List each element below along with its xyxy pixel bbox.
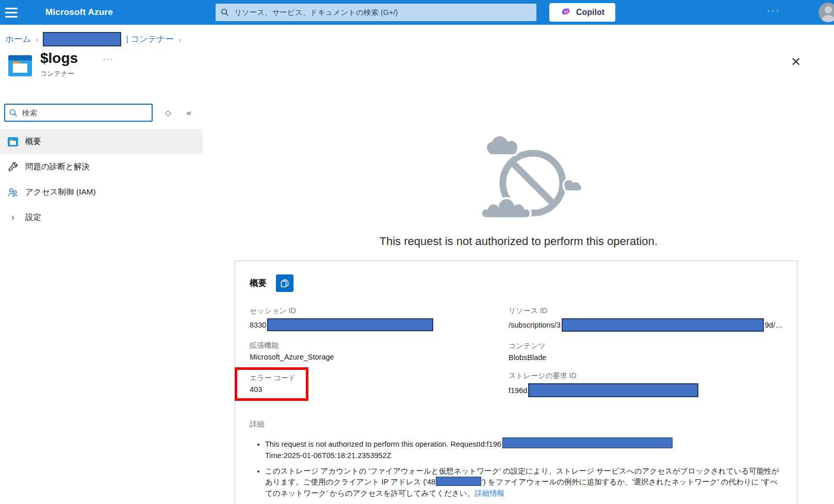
blade-header: $logs ··· コンテナー ✕ xyxy=(0,47,834,99)
error-message: This request is not authorized to perfor… xyxy=(203,235,834,248)
details-heading: 概要 xyxy=(250,278,267,289)
detail-bullet-firewall: このストレージ アカウントの 'ファイアウォールと仮想ネットワーク' の設定によ… xyxy=(265,466,782,499)
global-search-input[interactable] xyxy=(233,8,531,17)
copy-button[interactable] xyxy=(276,274,293,292)
close-blade-button[interactable]: ✕ xyxy=(788,54,804,70)
redacted-session-id xyxy=(267,318,433,331)
person-icon xyxy=(819,3,834,22)
fields-right-column: リソース ID /subscriptions/39d/… コンテンツ Blobs… xyxy=(509,306,782,407)
sidebar-group-settings[interactable]: › 設定 xyxy=(0,205,203,230)
field-label: リソース ID xyxy=(509,306,782,316)
field-content: コンテンツ BlobsBlade xyxy=(509,342,782,362)
copilot-label: Copilot xyxy=(576,8,604,17)
sidebar-item-label: アクセス制御 (IAM) xyxy=(25,187,96,198)
search-icon xyxy=(221,8,229,17)
copy-icon xyxy=(280,279,289,288)
field-value: 8330 xyxy=(250,321,266,329)
sidebar-item-access-control[interactable]: アクセス制御 (IAM) xyxy=(0,180,203,205)
page-subtitle: コンテナー xyxy=(40,69,834,78)
copilot-icon xyxy=(560,7,571,18)
field-label: ストレージの要求 ID xyxy=(509,371,782,381)
redacted-storage-account-name xyxy=(43,32,121,46)
redacted-client-ip xyxy=(436,477,481,486)
field-label: コンテンツ xyxy=(509,342,782,351)
copilot-button[interactable]: Copilot xyxy=(549,3,615,22)
field-value: Microsoft_Azure_Storage xyxy=(250,353,493,361)
fields-left-column: セッション ID 8330 拡張機能 Microsoft_Azure_Stora… xyxy=(250,306,493,407)
container-icon xyxy=(7,137,19,147)
field-value: /subscriptions/3 xyxy=(509,321,561,329)
people-icon xyxy=(7,187,19,198)
sidebar-item-label: 設定 xyxy=(25,212,41,223)
redacted-resource-id xyxy=(562,318,764,332)
redacted-storage-request-id xyxy=(528,383,698,397)
access-blocked-illustration xyxy=(477,132,586,222)
hamburger-menu-icon[interactable] xyxy=(5,4,23,21)
sidebar-filter-icon[interactable]: ◇ xyxy=(165,108,171,118)
page-title: $logs xyxy=(40,50,78,67)
field-error-code: エラー コード 403 xyxy=(250,373,296,394)
chevron-right-icon: › xyxy=(7,212,19,223)
sidebar-search-input[interactable] xyxy=(21,108,148,118)
breadcrumb-home-link[interactable]: ホーム xyxy=(5,34,31,45)
field-label: セッション ID xyxy=(250,306,493,316)
topbar-more-icon[interactable]: ··· xyxy=(762,5,785,20)
field-label: 拡張機能 xyxy=(250,341,493,350)
details-bullet-list: This request is not authorized to perfor… xyxy=(256,437,782,499)
global-search-box[interactable] xyxy=(216,4,536,21)
field-extension: 拡張機能 Microsoft_Azure_Storage xyxy=(250,341,493,361)
field-label: エラー コード xyxy=(250,373,296,383)
bullet-time: Time:2025-01-06T05:18:21.2353952Z xyxy=(265,451,391,460)
details-section-label: 詳細 xyxy=(250,419,782,429)
detail-bullet-request: This request is not authorized to perfor… xyxy=(265,437,782,462)
sidebar-item-label: 問題の診断と解決 xyxy=(25,161,90,172)
breadcrumb: ホーム › | コンテナー › xyxy=(5,31,834,47)
sidebar-collapse-icon[interactable]: « xyxy=(187,108,191,118)
more-info-link[interactable]: 詳細情報 xyxy=(475,489,504,497)
blade-more-icon[interactable]: ··· xyxy=(103,54,113,63)
sidebar-search-box[interactable] xyxy=(4,104,153,122)
azure-top-bar: Microsoft Azure Copilot ··· xyxy=(0,0,834,25)
chevron-right-icon: › xyxy=(178,35,181,44)
sidebar-item-diagnose[interactable]: 問題の診断と解決 xyxy=(0,154,203,180)
field-session-id: セッション ID 8330 xyxy=(250,306,493,331)
field-value: BlobsBlade xyxy=(509,353,782,362)
container-icon xyxy=(8,55,32,77)
sidebar-item-overview[interactable]: 概要 xyxy=(0,129,203,154)
search-icon xyxy=(9,109,18,117)
azure-brand: Microsoft Azure xyxy=(45,7,113,18)
error-details-card: 概要 セッション ID 8330 拡張機能 Microso xyxy=(235,261,797,504)
redacted-request-id xyxy=(502,437,673,448)
field-storage-request-id: ストレージの要求 ID f196d xyxy=(509,371,782,397)
main-content: This request is not authorized to perfor… xyxy=(203,99,834,504)
error-code-annotation-box: エラー コード 403 xyxy=(235,367,308,401)
field-resource-id: リソース ID /subscriptions/39d/… xyxy=(509,306,782,332)
bullet-text: This request is not authorized to perfor… xyxy=(265,440,501,448)
field-value: 403 xyxy=(250,385,296,394)
blade-sidebar: ◇ « 概要 問題の診断と解決 xyxy=(0,99,203,504)
field-value: 9d/… xyxy=(765,321,783,329)
sidebar-item-label: 概要 xyxy=(25,136,41,147)
chevron-right-icon: › xyxy=(36,35,38,44)
wrench-icon xyxy=(7,161,19,173)
breadcrumb-containers-link[interactable]: | コンテナー xyxy=(126,34,174,45)
account-avatar[interactable] xyxy=(819,3,834,22)
field-value: f196d xyxy=(509,386,527,395)
